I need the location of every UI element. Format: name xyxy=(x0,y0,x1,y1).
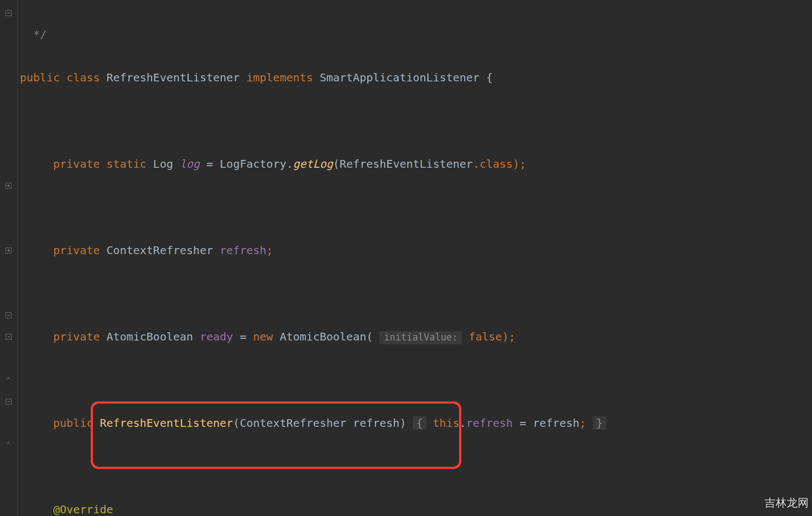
gutter-row xyxy=(0,261,17,283)
fold-region[interactable]: } xyxy=(593,416,606,430)
code-line: @Override xyxy=(20,499,812,516)
gutter-row xyxy=(0,67,17,89)
gutter-row xyxy=(0,283,17,305)
gutter-row xyxy=(0,240,17,261)
expand-fold-icon[interactable] xyxy=(6,247,12,254)
gutter-row xyxy=(0,132,17,153)
collapse-fold-icon[interactable] xyxy=(6,334,12,340)
collapse-fold-icon[interactable] xyxy=(6,312,12,318)
parameter-hint: initialValue: xyxy=(379,331,462,344)
collapse-fold-icon[interactable] xyxy=(6,399,12,405)
gutter-row xyxy=(0,153,17,175)
code-line xyxy=(20,283,812,305)
collapse-fold-icon[interactable] xyxy=(6,10,12,16)
gutter-row: ⌃ xyxy=(0,434,17,456)
fold-region[interactable]: { xyxy=(413,416,426,430)
gutter-row xyxy=(0,110,17,132)
gutter-row xyxy=(0,197,17,218)
code-editor: ⌃⌃ */ public class RefreshEventListener … xyxy=(0,0,812,516)
gutter-row xyxy=(0,391,17,412)
code-line: private ContextRefresher refresh; xyxy=(20,240,812,261)
fold-end-icon[interactable]: ⌃ xyxy=(5,442,13,448)
watermark: 吉林龙网 xyxy=(764,492,809,514)
gutter-row xyxy=(0,24,17,45)
gutter: ⌃⌃ xyxy=(0,0,18,516)
code-line: public class RefreshEventListener implem… xyxy=(20,67,812,89)
code-line xyxy=(20,456,812,477)
gutter-row xyxy=(0,412,17,434)
gutter-row: ⌃ xyxy=(0,369,17,391)
code-line: */ xyxy=(20,24,812,45)
code-line xyxy=(20,110,812,132)
gutter-row xyxy=(0,45,17,67)
code-line: private AtomicBoolean ready = new Atomic… xyxy=(20,326,812,348)
code-line xyxy=(20,369,812,391)
code-area[interactable]: */ public class RefreshEventListener imp… xyxy=(18,0,812,516)
gutter-row xyxy=(0,305,17,326)
gutter-row xyxy=(0,348,17,369)
fold-end-icon[interactable]: ⌃ xyxy=(5,377,13,384)
code-line: private static Log log = LogFactory.getL… xyxy=(20,153,812,175)
gutter-row xyxy=(0,89,17,110)
code-line: public RefreshEventListener(ContextRefre… xyxy=(20,412,812,434)
gutter-row xyxy=(0,326,17,348)
expand-fold-icon[interactable] xyxy=(6,183,12,189)
comment-end: */ xyxy=(33,28,46,41)
gutter-row xyxy=(0,2,17,24)
code-line xyxy=(20,197,812,218)
gutter-row xyxy=(0,175,17,197)
gutter-row xyxy=(0,218,17,240)
